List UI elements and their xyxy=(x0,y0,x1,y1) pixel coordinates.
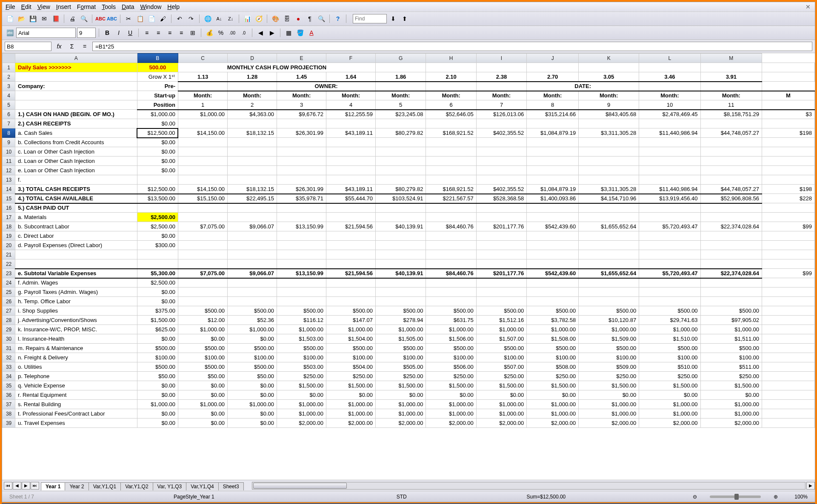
cell-M36[interactable]: $0.00 xyxy=(700,390,762,400)
cell-F9[interactable] xyxy=(326,138,376,147)
cell-G25[interactable] xyxy=(376,288,426,297)
cell-E36[interactable]: $0.00 xyxy=(277,390,326,400)
italic-button[interactable]: I xyxy=(114,28,124,38)
cell-A10[interactable]: c. Loan or Other Cash Injection xyxy=(15,147,137,157)
cell-E19[interactable] xyxy=(277,231,326,241)
sheet-tab-sheet3[interactable]: Sheet3 xyxy=(218,482,244,490)
cell-E22[interactable] xyxy=(277,259,326,269)
cell-K28[interactable]: $10,120.87 xyxy=(579,316,639,325)
cell-L7[interactable] xyxy=(639,119,700,128)
menu-file[interactable]: File xyxy=(6,3,15,10)
cell-M37[interactable]: $1,000.00 xyxy=(700,400,762,409)
row-header-20[interactable]: 20 xyxy=(3,241,15,250)
cell-H7[interactable] xyxy=(426,119,476,128)
cell-B13[interactable] xyxy=(137,175,178,185)
cell-K29[interactable]: $1,000.00 xyxy=(579,325,639,334)
cell-D14[interactable]: $18,132.15 xyxy=(228,185,277,194)
row-header-11[interactable]: 11 xyxy=(3,157,15,166)
decrease-indent-icon[interactable]: ◀ xyxy=(255,28,266,38)
cell-D35[interactable]: $0.00 xyxy=(228,381,277,390)
cell-J14[interactable]: $1,084,879.19 xyxy=(527,185,579,194)
cell-C18[interactable]: $7,075.00 xyxy=(178,222,227,231)
cell-H26[interactable] xyxy=(426,297,476,306)
copy-icon[interactable]: 📋 xyxy=(135,14,145,24)
cell-B37[interactable]: $1,000.00 xyxy=(137,400,178,409)
open-icon[interactable]: 📂 xyxy=(16,14,26,24)
cell-K24[interactable] xyxy=(579,278,639,288)
cell-H22[interactable] xyxy=(426,259,476,269)
cell-L28[interactable]: $29,741.63 xyxy=(639,316,700,325)
cell-H29[interactable]: $1,000.00 xyxy=(426,325,476,334)
cell-B36[interactable]: $0.00 xyxy=(137,390,178,400)
cell-B8[interactable]: $12,500.00 xyxy=(137,128,178,138)
cell-H23[interactable]: $84,460.76 xyxy=(426,269,476,278)
cell-G20[interactable] xyxy=(376,241,426,250)
menu-help[interactable]: Help xyxy=(167,3,180,10)
cell-D26[interactable] xyxy=(228,297,277,306)
cell-I32[interactable]: $100.00 xyxy=(476,353,526,362)
cell-M8[interactable]: $44,748,057.27 xyxy=(700,128,762,138)
tab-last-icon[interactable]: ⏭ xyxy=(31,482,39,490)
cell-M10[interactable] xyxy=(700,147,762,157)
cell-L19[interactable] xyxy=(639,231,700,241)
cell-D30[interactable]: $0.00 xyxy=(228,334,277,344)
bgcolor-icon[interactable]: 🪣 xyxy=(295,28,305,38)
cell-D12[interactable] xyxy=(228,166,277,175)
cell-E32[interactable]: $100.00 xyxy=(277,353,326,362)
cell-K36[interactable]: $0.00 xyxy=(579,390,639,400)
cell-F31[interactable]: $500.00 xyxy=(326,344,376,353)
cell-E11[interactable] xyxy=(277,157,326,166)
row-header-39[interactable]: 39 xyxy=(3,419,15,428)
cell-M27[interactable]: $500.00 xyxy=(700,306,762,316)
cell-F32[interactable]: $100.00 xyxy=(326,353,376,362)
increase-indent-icon[interactable]: ▶ xyxy=(267,28,277,38)
cell-M24[interactable] xyxy=(700,278,762,288)
cell-M26[interactable] xyxy=(700,297,762,306)
cell-B7[interactable]: $0.00 xyxy=(137,119,178,128)
cell-D29[interactable]: $1,000.00 xyxy=(228,325,277,334)
cell-D24[interactable] xyxy=(228,278,277,288)
undo-icon[interactable]: ↶ xyxy=(174,14,185,24)
cell-H17[interactable] xyxy=(426,213,476,222)
cell-L10[interactable] xyxy=(639,147,700,157)
cell-I10[interactable] xyxy=(476,147,526,157)
cell-K12[interactable] xyxy=(579,166,639,175)
cell-F34[interactable]: $250.00 xyxy=(326,372,376,381)
cell-F14[interactable]: $43,189.11 xyxy=(326,185,376,194)
cell-K25[interactable] xyxy=(579,288,639,297)
cell-G34[interactable]: $250.00 xyxy=(376,372,426,381)
row-header-29[interactable]: 29 xyxy=(3,325,15,334)
cell-M25[interactable] xyxy=(700,288,762,297)
cell-C30[interactable]: $0.00 xyxy=(178,334,227,344)
sheet-tab-var--y1-q3[interactable]: Var, Y1,Q3 xyxy=(153,482,187,490)
cell-D11[interactable] xyxy=(228,157,277,166)
cell-E30[interactable]: $1,503.00 xyxy=(277,334,326,344)
cell-A6[interactable]: 1.) CASH ON HAND (BEGIN. OF MO.) xyxy=(15,110,137,119)
cell-A32[interactable]: n. Freight & Delivery xyxy=(15,353,137,362)
cell-B30[interactable]: $0.00 xyxy=(137,334,178,344)
cell-E27[interactable]: $500.00 xyxy=(277,306,326,316)
cell-F26[interactable] xyxy=(326,297,376,306)
cell-K17[interactable] xyxy=(579,213,639,222)
row-header-13[interactable]: 13 xyxy=(3,175,15,185)
cell-L25[interactable] xyxy=(639,288,700,297)
cell-G35[interactable]: $1,500.00 xyxy=(376,381,426,390)
cell-F12[interactable] xyxy=(326,166,376,175)
cell-H24[interactable] xyxy=(426,278,476,288)
find-up-icon[interactable]: ⬆ xyxy=(400,14,410,24)
cell-J25[interactable] xyxy=(527,288,579,297)
cell-E15[interactable]: $35,978.71 xyxy=(277,194,326,203)
cell-G10[interactable] xyxy=(376,147,426,157)
cell-G16[interactable] xyxy=(376,203,426,213)
cell-F11[interactable] xyxy=(326,157,376,166)
cell-G6[interactable]: $23,245.08 xyxy=(376,110,426,119)
cell-I30[interactable]: $1,507.00 xyxy=(476,334,526,344)
cell-L14[interactable]: $11,440,986.94 xyxy=(639,185,700,194)
cell-K37[interactable]: $1,000.00 xyxy=(579,400,639,409)
cell-L23[interactable]: $5,720,493.47 xyxy=(639,269,700,278)
save-icon[interactable]: 💾 xyxy=(28,14,38,24)
cell-D27[interactable]: $500.00 xyxy=(228,306,277,316)
cell-G30[interactable]: $1,505.00 xyxy=(376,334,426,344)
cell-D38[interactable]: $0.00 xyxy=(228,409,277,419)
cell-G13[interactable] xyxy=(376,175,426,185)
